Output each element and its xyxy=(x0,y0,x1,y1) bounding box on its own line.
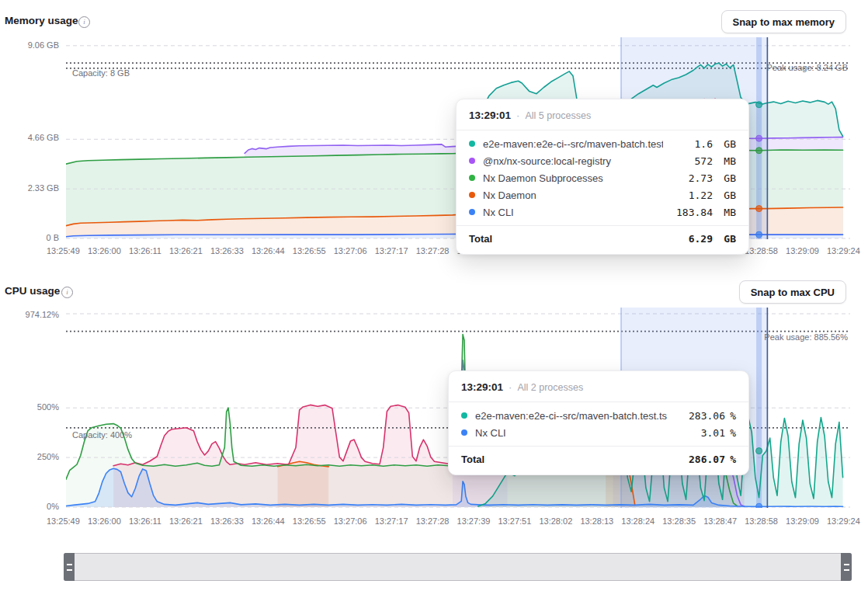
series-unit: MB xyxy=(717,207,736,218)
x-axis-tick: 13:29:24 xyxy=(827,246,860,256)
profiling-dashboard: Memory usage i Snap to max memory 9.06 G… xyxy=(0,0,868,591)
x-axis-tick: 13:29:09 xyxy=(786,246,819,256)
grip-icon xyxy=(67,564,72,571)
tooltip-row: Nx CLI183.84MB xyxy=(469,203,736,221)
tooltip-row: Nx Daemon1.22GB xyxy=(469,186,736,203)
hover-point xyxy=(756,231,762,238)
x-axis-tick: 13:25:49 xyxy=(47,246,80,256)
timeline-scrubber[interactable] xyxy=(64,553,852,581)
hover-point xyxy=(756,448,762,454)
series-unit: GB xyxy=(717,138,736,150)
series-color-dot xyxy=(469,175,475,181)
total-label: Total xyxy=(469,233,663,245)
separator-dot: · xyxy=(516,110,519,121)
series-name: e2e-maven:e2e-ci--src/maven-batch.test.t… xyxy=(475,410,675,422)
series-unit: GB xyxy=(717,189,736,201)
series-value: 2.73 xyxy=(663,172,713,184)
series-value: 572 xyxy=(663,155,713,167)
x-axis-tick: 13:29:24 xyxy=(827,516,860,526)
x-axis-tick: 13:26:11 xyxy=(129,516,161,526)
tooltip-row: Nx CLI3.01% xyxy=(461,424,736,441)
tooltip-subtitle: All 2 processes xyxy=(517,382,583,393)
series-color-dot xyxy=(469,192,475,198)
snap-to-max-cpu-button[interactable]: Snap to max CPU xyxy=(739,280,846,304)
x-axis-tick: 13:26:55 xyxy=(293,246,326,256)
series-unit: % xyxy=(727,410,736,422)
x-axis-tick: 13:26:33 xyxy=(210,516,244,526)
y-axis-tick: 974.12% xyxy=(26,310,59,319)
series-value: 183.84 xyxy=(663,207,713,218)
series-color-dot xyxy=(469,141,475,147)
hover-point xyxy=(756,503,762,508)
separator-dot: · xyxy=(509,381,512,393)
series-unit: GB xyxy=(717,172,736,184)
tooltip-rows: e2e-maven:e2e-ci--src/maven-batch.test.t… xyxy=(457,130,748,225)
grip-icon xyxy=(844,564,849,571)
x-axis-tick: 13:26:00 xyxy=(88,516,121,526)
y-axis-tick: 9.06 GB xyxy=(28,40,59,50)
y-axis-tick: 2.33 GB xyxy=(28,183,59,193)
series-value: 283.06 xyxy=(675,410,725,422)
tooltip-time: 13:29:01 xyxy=(461,381,503,393)
tooltip-total-row: Total 286.07 % xyxy=(449,446,748,475)
x-axis-tick: 13:27:06 xyxy=(334,516,367,526)
y-axis-tick: 0 B xyxy=(46,233,59,242)
info-icon[interactable]: i xyxy=(61,287,73,298)
series-color-dot xyxy=(469,158,475,164)
series-name: e2e-maven:e2e-ci--src/maven-batch.test.t… xyxy=(483,138,663,150)
scrubber-handle-left[interactable] xyxy=(64,553,75,581)
x-axis-tick: 13:28:35 xyxy=(662,516,696,526)
info-icon[interactable]: i xyxy=(78,16,90,28)
series-value: 1.22 xyxy=(663,189,713,201)
x-axis-tick: 13:26:44 xyxy=(252,516,285,526)
cpu-tooltip: 13:29:01 · All 2 processes e2e-maven:e2e… xyxy=(448,370,749,475)
scrubber-track[interactable] xyxy=(75,554,841,580)
series-name: Nx Daemon xyxy=(483,189,663,201)
total-label: Total xyxy=(461,454,675,465)
x-axis-tick: 13:25:49 xyxy=(47,516,80,526)
cpu-x-axis: 13:25:4913:26:0013:26:1113:26:2113:26:33… xyxy=(47,516,860,526)
series-color-dot xyxy=(461,412,467,419)
total-value: 6.29 xyxy=(663,233,713,245)
series-name: Nx CLI xyxy=(483,207,663,218)
total-unit: GB xyxy=(717,233,736,245)
x-axis-tick: 13:28:02 xyxy=(539,516,572,526)
x-axis-tick: 13:27:28 xyxy=(416,246,450,256)
snap-to-max-memory-button[interactable]: Snap to max memory xyxy=(721,10,847,33)
hover-point xyxy=(756,135,762,141)
x-axis-tick: 13:26:44 xyxy=(252,246,285,256)
tooltip-row: e2e-maven:e2e-ci--src/maven-batch.test.t… xyxy=(469,135,736,152)
tooltip-row: e2e-maven:e2e-ci--src/maven-batch.test.t… xyxy=(461,407,736,424)
x-axis-tick: 13:26:33 xyxy=(210,246,244,256)
x-axis-tick: 13:26:55 xyxy=(293,516,326,526)
y-axis-tick: 500% xyxy=(37,402,59,412)
capacity-label: Capacity: 8 GB xyxy=(72,68,130,78)
series-name: Nx Daemon Subprocesses xyxy=(483,172,663,184)
x-axis-tick: 13:27:17 xyxy=(375,246,408,256)
total-value: 286.07 xyxy=(675,454,725,465)
y-axis-tick: 250% xyxy=(37,452,59,461)
x-axis-tick: 13:27:28 xyxy=(416,516,450,526)
series-name: @nx/nx-source:local-registry xyxy=(483,155,663,167)
x-axis-tick: 13:27:06 xyxy=(334,246,367,256)
x-axis-tick: 13:28:47 xyxy=(703,516,737,526)
series-color-dot xyxy=(461,429,467,436)
memory-tooltip: 13:29:01 · All 5 processes e2e-maven:e2e… xyxy=(456,99,749,255)
series-name: Nx CLI xyxy=(475,427,675,439)
x-axis-tick: 13:28:58 xyxy=(745,516,778,526)
peak-usage-label: Peak usage: 885.56% xyxy=(764,332,848,342)
x-axis-tick: 13:26:11 xyxy=(129,246,161,256)
y-axis-tick: 0% xyxy=(47,502,59,511)
x-axis-tick: 13:27:17 xyxy=(375,516,408,526)
total-unit: % xyxy=(727,454,736,465)
scrubber-handle-right[interactable] xyxy=(841,553,852,581)
series-color-dot xyxy=(469,209,475,215)
tooltip-time: 13:29:01 xyxy=(469,110,511,121)
x-axis-tick: 13:28:58 xyxy=(745,246,778,256)
tooltip-total-row: Total 6.29 GB xyxy=(457,225,748,254)
x-axis-tick: 13:28:24 xyxy=(621,516,654,526)
tooltip-row: @nx/nx-source:local-registry572MB xyxy=(469,152,736,169)
series-value: 3.01 xyxy=(675,427,725,439)
x-axis-tick: 13:29:09 xyxy=(786,516,819,526)
hover-point xyxy=(756,206,762,212)
